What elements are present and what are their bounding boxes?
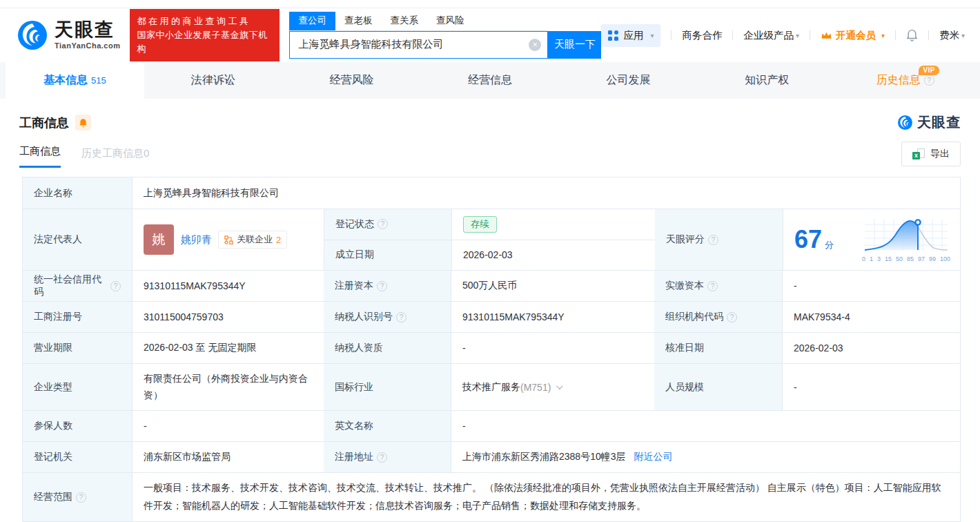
field-label: 工商注册号 xyxy=(23,302,132,332)
search-input[interactable] xyxy=(289,31,548,59)
tianyancha-logo[interactable]: 天眼查 TianYanCha.com xyxy=(17,19,120,51)
search-button[interactable]: 天眼一下 xyxy=(548,31,601,59)
company-type-value: 有限责任公司（外商投资企业与内资合资） xyxy=(132,364,324,410)
chevron-down-icon: ▾ xyxy=(796,32,799,39)
apps-menu[interactable]: 应用 ▾ xyxy=(601,24,660,47)
tab-label: 经营风险 xyxy=(329,73,373,88)
tab-intellectual-property[interactable]: 知识产权 xyxy=(698,62,836,99)
insured-count-value: - xyxy=(132,411,324,441)
field-label: 成立日期 xyxy=(324,240,451,271)
help-icon[interactable]: ? xyxy=(707,281,718,291)
user-menu[interactable]: 费米 ▾ xyxy=(939,29,965,42)
establish-date-value: 2026-02-03 xyxy=(451,240,655,271)
field-label: 参保人数 xyxy=(23,411,132,441)
nearby-companies-link[interactable]: 附近公司 xyxy=(634,451,673,463)
table-row: 法定代表人 姚 姚卯青 关联企业 2 登记状态 ? xyxy=(23,209,960,270)
tab-operation-risk[interactable]: 经营风险 xyxy=(282,62,421,99)
taxpayer-id-value: 91310115MAK795344Y xyxy=(451,302,654,332)
help-icon[interactable]: ? xyxy=(110,281,121,291)
reg-number-value: 310115004759703 xyxy=(132,302,324,332)
help-icon[interactable]: ? xyxy=(396,312,406,322)
tab-label: 历史信息 xyxy=(876,73,921,88)
help-icon[interactable]: ? xyxy=(708,235,718,245)
chevron-down-icon: ▾ xyxy=(881,32,885,39)
help-icon[interactable]: ? xyxy=(377,281,387,291)
company-detail-tabs: 基本信息 515 法律诉讼 经营风险 经营信息 公司发展 知识产权 VIP 历史… xyxy=(0,62,980,99)
field-label: 实缴资本? xyxy=(654,271,782,301)
search-tab-relation[interactable]: 查关系 xyxy=(381,12,427,30)
notification-bell-icon[interactable] xyxy=(906,29,918,41)
reg-authority-value: 浦东新区市场监管局 xyxy=(132,442,324,472)
subtab-history-business-info[interactable]: 历史工商信息0 xyxy=(81,147,149,168)
related-count: 2 xyxy=(276,235,281,245)
apps-label: 应用 xyxy=(623,29,643,42)
vip-upgrade-menu[interactable]: 开通会员 ▾ xyxy=(821,29,885,42)
promo-banner: 都在用的商业查询工具 国家中小企业发展子基金旗下机构 xyxy=(130,9,280,61)
help-icon[interactable]: ? xyxy=(727,312,737,322)
export-button[interactable]: x 导出 xyxy=(901,142,961,166)
score-distribution-chart: 0131550859799100 xyxy=(862,218,950,262)
tab-operation-info[interactable]: 经营信息 xyxy=(421,62,560,99)
help-icon[interactable]: ? xyxy=(378,219,388,229)
related-companies-badge[interactable]: 关联企业 2 xyxy=(218,231,287,249)
org-chart-icon xyxy=(224,235,233,244)
legal-rep-cell: 姚 姚卯青 关联企业 2 xyxy=(132,209,324,270)
field-label: 纳税人识别号? xyxy=(324,302,451,332)
top-strip xyxy=(0,0,980,8)
paid-capital-value: - xyxy=(782,271,960,301)
score-unit: 分 xyxy=(825,240,834,250)
enterprise-products-menu[interactable]: 企业级产品 ▾ xyxy=(743,29,799,42)
vip-badge: VIP xyxy=(919,66,939,75)
legal-rep-link[interactable]: 姚卯青 xyxy=(181,233,212,246)
company-name-value: 上海觅蜂具身智能科技有限公司 xyxy=(132,177,960,209)
score-value: 67 xyxy=(794,225,822,253)
tab-company-development[interactable]: 公司发展 xyxy=(559,62,698,99)
tab-history-info[interactable]: VIP 历史信息 ? xyxy=(836,62,974,99)
help-icon[interactable]: ? xyxy=(924,75,934,86)
search-tabs: 查公司 查老板 查关系 查风险 xyxy=(289,12,548,31)
subtab-business-info[interactable]: 工商信息 xyxy=(19,145,61,168)
field-label: 企业名称 xyxy=(23,177,132,209)
subtab-count: 0 xyxy=(144,147,149,159)
tab-label: 知识产权 xyxy=(745,73,789,88)
status-badge: 存续 xyxy=(463,216,497,233)
search-tab-company[interactable]: 查公司 xyxy=(289,12,335,30)
header-nav: 应用 ▾ 商务合作 企业级产品 ▾ 开通会员 ▾ 费米 ▾ xyxy=(601,24,965,47)
chevron-down-icon: ▾ xyxy=(961,32,965,39)
field-label: 注册地址? xyxy=(324,442,451,472)
tab-basic-info[interactable]: 基本信息 515 xyxy=(6,62,144,99)
search-tab-boss[interactable]: 查老板 xyxy=(335,12,382,30)
field-label: 企业类型 xyxy=(23,364,132,410)
table-row: 经营范围? 一般项目：技术服务、技术开发、技术咨询、技术交流、技术转让、技术推广… xyxy=(23,472,960,521)
cooperation-link[interactable]: 商务合作 xyxy=(682,29,722,42)
table-row: 营业期限 2026-02-03 至 无固定期限 纳税人资质 - 核准日期 202… xyxy=(23,332,960,363)
industry-value: 技术推广服务 (M751) xyxy=(451,364,654,410)
table-row: 工商注册号 310115004759703 纳税人识别号? 91310115MA… xyxy=(23,301,960,332)
divider xyxy=(732,30,733,40)
divider xyxy=(671,30,672,40)
field-label: 法定代表人 xyxy=(23,209,132,270)
chevron-down-icon[interactable] xyxy=(556,383,563,389)
field-label: 注册资本? xyxy=(324,271,451,301)
industry-code: (M751) xyxy=(520,382,551,393)
help-icon[interactable]: ? xyxy=(377,452,387,463)
field-label: 营业期限 xyxy=(23,333,132,363)
avatar[interactable]: 姚 xyxy=(144,224,174,255)
table-row: 参保人数 - 英文名称 - xyxy=(23,410,960,441)
field-label: 经营范围? xyxy=(23,473,132,521)
business-scope-value: 一般项目：技术服务、技术开发、技术咨询、技术交流、技术转让、技术推广。 （除依法… xyxy=(132,473,960,521)
related-label: 关联企业 xyxy=(237,233,273,246)
logo-domain: TianYanCha.com xyxy=(55,41,120,50)
watermark-text: 天眼查 xyxy=(917,113,961,132)
clear-icon[interactable]: × xyxy=(529,39,541,51)
subtab-label: 历史工商信息 xyxy=(81,147,144,159)
credit-code-value: 91310115MAK795344Y xyxy=(132,271,324,301)
subscribe-bell-icon[interactable] xyxy=(75,115,91,130)
table-row: 企业名称 上海觅蜂具身智能科技有限公司 xyxy=(23,177,960,209)
divider xyxy=(810,30,810,40)
tab-legal-litigation[interactable]: 法律诉讼 xyxy=(144,62,283,99)
promo-line2: 国家中小企业发展子基金旗下机构 xyxy=(137,28,273,56)
search-tab-risk[interactable]: 查风险 xyxy=(427,12,473,30)
field-label: 人员规模 xyxy=(654,364,782,410)
help-icon[interactable]: ? xyxy=(76,492,86,503)
